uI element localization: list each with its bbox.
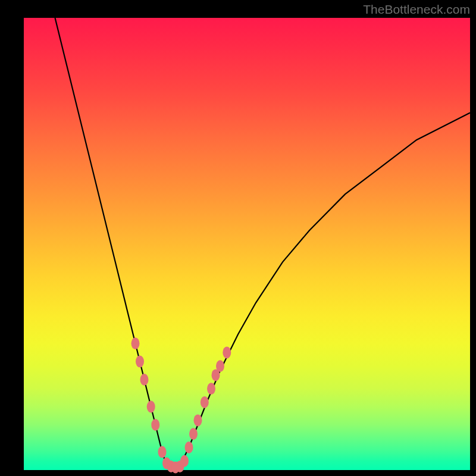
curve-right-branch xyxy=(180,113,471,466)
marker-dot xyxy=(147,401,155,413)
marker-dot xyxy=(194,414,202,426)
chart-plot-area xyxy=(24,18,470,470)
chart-markers xyxy=(131,337,231,473)
marker-dot xyxy=(136,356,144,368)
outer-frame: TheBottleneck.com xyxy=(0,0,476,476)
marker-dot xyxy=(201,396,209,408)
chart-svg xyxy=(24,18,470,470)
marker-dot xyxy=(216,360,224,372)
marker-dot xyxy=(189,428,198,440)
marker-dot xyxy=(207,383,215,394)
watermark-text: TheBottleneck.com xyxy=(363,2,470,17)
marker-dot xyxy=(151,419,159,431)
marker-dot xyxy=(158,446,167,458)
marker-dot xyxy=(140,374,149,386)
marker-dot xyxy=(185,441,193,453)
curve-left-branch xyxy=(55,18,167,465)
marker-dot xyxy=(131,337,140,349)
marker-dot xyxy=(180,455,189,467)
marker-dot xyxy=(223,346,231,358)
